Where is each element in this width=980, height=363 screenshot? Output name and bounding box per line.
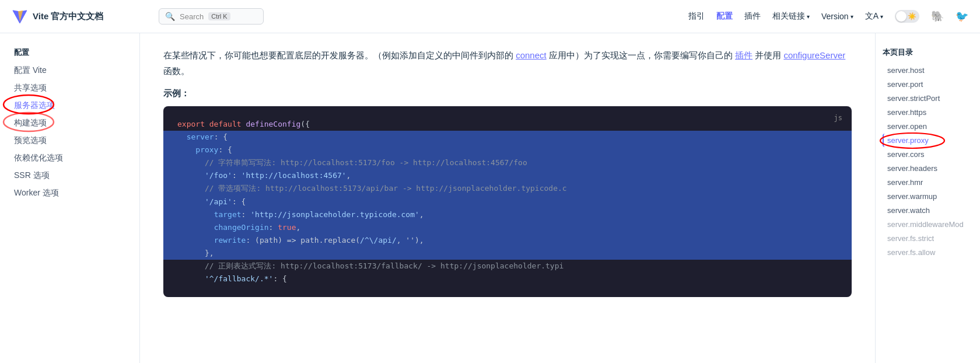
toc-item-port[interactable]: server.port <box>883 78 973 91</box>
sun-icon: ☀️ <box>908 12 916 20</box>
toc-item-warmup[interactable]: server.warmup <box>883 190 973 203</box>
toc-item-watch[interactable]: server.watch <box>883 204 973 217</box>
sidebar-section-title: 配置 <box>9 47 130 58</box>
version-dropdown[interactable]: Version ▾ <box>821 12 853 21</box>
vite-logo-icon <box>12 8 28 25</box>
code-line-3: // 字符串简写写法: http://localhost:5173/foo ->… <box>163 156 852 169</box>
code-line-11: // 正则表达式写法: http://localhost:5173/fallba… <box>177 260 838 273</box>
code-line-7: target: 'http://jsonplaceholder.typicode… <box>163 208 852 221</box>
code-line-6: '/api': { <box>163 196 852 208</box>
code-line-8: changeOrigin: true, <box>163 221 852 234</box>
code-block: js export default defineConfig({ server:… <box>163 106 852 297</box>
toc-item-fs-strict[interactable]: server.fs.strict <box>883 232 973 245</box>
toc-item-host[interactable]: server.host <box>883 64 973 77</box>
search-icon: 🔍 <box>165 12 175 21</box>
toc-item-strictport[interactable]: server.strictPort <box>883 92 973 105</box>
toc-item-hmr[interactable]: server.hmr <box>883 176 973 189</box>
nav-link-plugins[interactable]: 插件 <box>744 11 761 22</box>
code-line-5: // 带选项写法: http://localhost:5173/api/bar … <box>163 182 852 195</box>
toc-item-open[interactable]: server.open <box>883 120 973 133</box>
sidebar-item-shared[interactable]: 共享选项 <box>9 80 130 96</box>
code-line-2: proxy: { <box>163 144 852 156</box>
toc-item-https[interactable]: server.https <box>883 106 973 119</box>
mastodon-icon[interactable]: 🐘 <box>931 10 944 23</box>
search-kbd: Ctrl K <box>208 12 230 20</box>
content-area: 在某些情况下，你可能也想要配置底层的开发服务器。（例如添加自定义的中间件到内部的… <box>140 33 875 363</box>
theme-toggle[interactable]: ☀️ <box>895 10 919 23</box>
sidebar-item-server[interactable]: 服务器选项 <box>9 97 130 114</box>
top-nav: Vite 官方中文文档 🔍 Search Ctrl K 指引 配置 插件 相关链… <box>0 0 980 33</box>
toggle-circle <box>896 11 907 22</box>
sidebar: 配置 配置 Vite 共享选项 服务器选项 构建选项 预览选项 依赖优化选项 S… <box>0 33 140 363</box>
connect-link[interactable]: connect <box>516 50 547 60</box>
chevron-down-icon: ▾ <box>850 13 853 20</box>
chevron-down-icon: ▾ <box>880 13 883 20</box>
site-title: Vite 官方中文文档 <box>33 11 103 22</box>
code-lang-badge: js <box>834 112 842 124</box>
nav-link-guide[interactable]: 指引 <box>688 11 705 22</box>
code-line-4: '/foo': 'http://localhost:4567', <box>163 169 852 182</box>
code-line-1: server: { <box>163 131 852 144</box>
nav-links: 指引 配置 插件 相关链接 ▾ Version ▾ 文A ▾ ☀️ 🐘 🐦 <box>688 10 968 23</box>
configure-server-link[interactable]: configureServer <box>783 50 845 60</box>
main-layout: 配置 配置 Vite 共享选项 服务器选项 构建选项 预览选项 依赖优化选项 S… <box>0 33 980 363</box>
code-line-10: }, <box>163 247 852 260</box>
chevron-down-icon: ▾ <box>807 13 810 20</box>
toc-title: 本页目录 <box>883 47 973 58</box>
search-bar[interactable]: 🔍 Search Ctrl K <box>159 8 264 25</box>
code-line-0: export default defineConfig({ <box>177 118 838 131</box>
toc-item-cors[interactable]: server.cors <box>883 148 973 161</box>
toc-item-middlewaremod[interactable]: server.middlewareMod <box>883 218 973 231</box>
sidebar-item-worker[interactable]: Worker 选项 <box>9 185 130 201</box>
toc-item-proxy[interactable]: server.proxy <box>883 134 973 147</box>
logo-area: Vite 官方中文文档 <box>12 8 152 25</box>
language-selector[interactable]: 文A ▾ <box>865 11 883 22</box>
code-line-9: rewrite: (path) => path.replace(/^\/api/… <box>163 234 852 247</box>
example-label: 示例： <box>163 88 852 99</box>
sidebar-item-preview[interactable]: 预览选项 <box>9 132 130 149</box>
twitter-icon[interactable]: 🐦 <box>956 10 968 23</box>
plugin-link[interactable]: 插件 <box>735 50 752 60</box>
code-line-12: '^/fallback/.*': { <box>177 273 838 285</box>
toc-item-fs-allow[interactable]: server.fs.allow <box>883 246 973 259</box>
toc-item-headers[interactable]: server.headers <box>883 162 973 175</box>
sidebar-item-deps[interactable]: 依赖优化选项 <box>9 150 130 166</box>
sidebar-item-config-vite[interactable]: 配置 Vite <box>9 62 130 79</box>
sidebar-item-ssr[interactable]: SSR 选项 <box>9 167 130 184</box>
sidebar-item-build[interactable]: 构建选项 <box>9 115 130 131</box>
content-paragraph: 在某些情况下，你可能也想要配置底层的开发服务器。（例如添加自定义的中间件到内部的… <box>163 47 852 79</box>
toc: 本页目录 server.host server.port server.stri… <box>875 33 980 363</box>
search-text: Search <box>180 12 204 21</box>
nav-link-related[interactable]: 相关链接 ▾ <box>772 11 810 22</box>
nav-link-config[interactable]: 配置 <box>716 11 733 22</box>
